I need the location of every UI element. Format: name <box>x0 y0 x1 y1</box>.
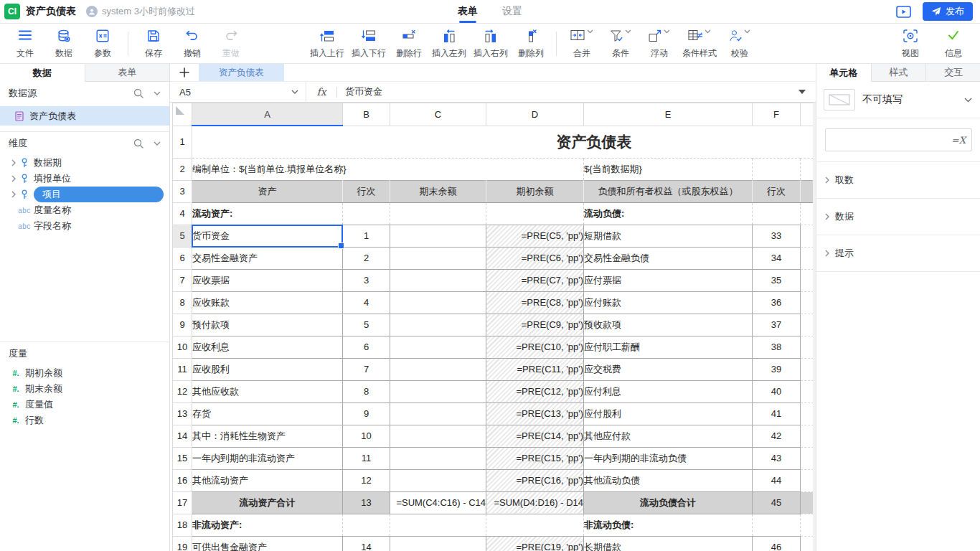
chevron-down-icon[interactable] <box>291 90 298 94</box>
measure-item-begin-balance[interactable]: #. 期初余额 <box>0 365 169 381</box>
col-header-B[interactable]: B <box>343 103 390 126</box>
cell-D18[interactable] <box>486 514 584 536</box>
dimension-item-reporting-unit[interactable]: 填报单位 <box>0 171 169 187</box>
cell-A19[interactable]: 可供出售金融资产 <box>192 536 343 551</box>
col-header-C[interactable]: C <box>390 103 486 126</box>
info-button[interactable]: 信息 <box>934 27 973 61</box>
cell-E14[interactable]: 其他应付款 <box>584 425 753 447</box>
sheet-tab-balance-sheet[interactable]: 资产负债表 <box>199 64 284 81</box>
row-header-14[interactable]: 14 <box>173 425 192 447</box>
dimension-item-measure-name[interactable]: abc 度量名称 <box>0 202 169 218</box>
cell-F4[interactable] <box>753 202 801 225</box>
cell-D14[interactable]: =PRE(C14, 'pp') <box>486 425 584 447</box>
cell-B17[interactable]: 13 <box>343 491 390 514</box>
section-hint[interactable]: 提示 <box>816 235 980 272</box>
tab-style[interactable]: 样式 <box>871 64 926 82</box>
cell-F7[interactable]: 35 <box>753 269 801 291</box>
cell-F12[interactable]: 40 <box>753 380 801 402</box>
cell-E16[interactable]: 其他流动负债 <box>584 469 753 491</box>
cell-C5[interactable] <box>390 225 486 247</box>
row-header-6[interactable]: 6 <box>173 247 192 269</box>
formula-bar-expand-icon[interactable] <box>798 90 806 94</box>
row-header-5[interactable]: 5 <box>173 225 192 247</box>
header-cell-2[interactable]: 期末余额 <box>390 180 486 202</box>
cell-D8[interactable]: =PRE(C8, 'pp') <box>486 291 584 314</box>
row-header-12[interactable]: 12 <box>173 380 192 402</box>
cell-C10[interactable] <box>390 336 486 358</box>
cell-A9[interactable]: 预付款项 <box>192 314 343 336</box>
condition-button[interactable]: 条件 <box>601 27 640 61</box>
cell-reference-box[interactable]: A5 <box>170 82 306 102</box>
cell-F16[interactable]: 44 <box>753 469 801 491</box>
cell-D17[interactable]: =SUM(D4:D16) - D14 <box>486 491 584 514</box>
row-header-7[interactable]: 7 <box>173 269 192 291</box>
cell-A18[interactable]: 非流动资产: <box>192 514 343 536</box>
insert-col-left-button[interactable]: 插入左列 <box>428 27 470 61</box>
search-icon[interactable] <box>133 88 143 98</box>
cell-B10[interactable]: 6 <box>343 336 390 358</box>
data-button[interactable]: 数据 <box>44 27 83 61</box>
cell-B7[interactable]: 3 <box>343 269 390 291</box>
cell-A16[interactable]: 其他流动资产 <box>192 469 343 491</box>
cell-A5[interactable]: 货币资金 <box>192 225 343 247</box>
cell-C16[interactable] <box>390 469 486 491</box>
cell-F15[interactable]: 43 <box>753 447 801 469</box>
cell-E13[interactable]: 应付股利 <box>584 402 753 425</box>
cell-C14[interactable] <box>390 425 486 447</box>
cell-B14[interactable]: 10 <box>343 425 390 447</box>
float-button[interactable]: 浮动 <box>640 27 679 61</box>
cell-B5[interactable]: 1 <box>343 225 390 247</box>
select-all-corner[interactable] <box>173 103 192 126</box>
cell-C12[interactable] <box>390 380 486 402</box>
cell-D7[interactable]: =PRE(C7, 'pp') <box>486 269 584 291</box>
cell-E15[interactable]: 一年内到期的非流动负债 <box>584 447 753 469</box>
cell-F6[interactable]: 34 <box>753 247 801 269</box>
cell-F13[interactable]: 41 <box>753 402 801 425</box>
file-button[interactable]: 文件 <box>6 27 44 61</box>
cell-E7[interactable]: 应付票据 <box>584 269 753 291</box>
header-cell-4[interactable]: 负债和所有者权益（或股东权益） <box>584 180 753 202</box>
cell-B12[interactable]: 8 <box>343 380 390 402</box>
view-button[interactable]: 视图 <box>891 27 930 61</box>
dimension-item-data-period[interactable]: 数据期 <box>0 155 169 171</box>
cell-B11[interactable]: 7 <box>343 358 390 380</box>
cell-A13[interactable]: 存货 <box>192 402 343 425</box>
cell-A7[interactable]: 应收票据 <box>192 269 343 291</box>
tab-interaction[interactable]: 交互 <box>925 64 980 82</box>
delete-row-button[interactable]: 删除行 <box>390 27 428 61</box>
row-header-3[interactable]: 3 <box>173 180 192 202</box>
cell-A1[interactable]: 资产负债表 <box>192 126 814 158</box>
cell-A2[interactable]: 编制单位：${当前单位.填报单位名称} <box>192 158 584 180</box>
cell-A17[interactable]: 流动资产合计 <box>192 491 343 514</box>
preview-button[interactable] <box>896 6 911 18</box>
cell-D16[interactable]: =PRE(C16, 'pp') <box>486 469 584 491</box>
insert-row-above-button[interactable]: 插入上行 <box>306 27 348 61</box>
cell-A4[interactable]: 流动资产: <box>192 202 343 225</box>
cell-F14[interactable]: 42 <box>753 425 801 447</box>
row-header-15[interactable]: 15 <box>173 447 192 469</box>
cell-B8[interactable]: 4 <box>343 291 390 314</box>
header-cell-1[interactable]: 行次 <box>343 180 390 202</box>
tab-cell[interactable]: 单元格 <box>816 64 871 82</box>
cell-E10[interactable]: 应付职工薪酬 <box>584 336 753 358</box>
cell-formula-input[interactable]: =X <box>825 128 972 151</box>
undo-button[interactable]: 撤销 <box>173 27 212 61</box>
cell-C18[interactable] <box>390 514 486 536</box>
cell-F5[interactable]: 33 <box>753 225 801 247</box>
cell-A10[interactable]: 应收利息 <box>192 336 343 358</box>
conditional-style-button[interactable]: 条件样式 <box>679 27 720 61</box>
merge-cells-button[interactable]: 合并 <box>562 27 601 61</box>
header-cell-5[interactable]: 行次 <box>753 180 801 202</box>
cell-F2[interactable] <box>753 158 801 180</box>
measure-item-end-balance[interactable]: #. 期末余额 <box>0 381 169 397</box>
cell-E9[interactable]: 预收款项 <box>584 314 753 336</box>
header-cell-0[interactable]: 资产 <box>192 180 343 202</box>
cell-E17[interactable]: 流动负债合计 <box>584 491 753 514</box>
cell-A8[interactable]: 应收账款 <box>192 291 343 314</box>
cell-D11[interactable]: =PRE(C11, 'pp') <box>486 358 584 380</box>
cell-D19[interactable]: =PRE(C19, 'pp') <box>486 536 584 551</box>
fx-button[interactable]: fx <box>306 86 336 98</box>
cell-C15[interactable] <box>390 447 486 469</box>
tab-data-panel[interactable]: 数据 <box>0 64 85 82</box>
save-button[interactable]: 保存 <box>134 27 173 61</box>
